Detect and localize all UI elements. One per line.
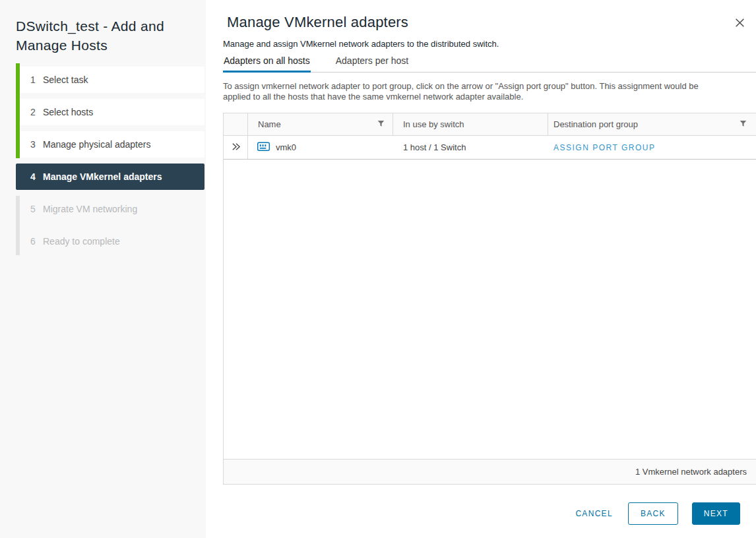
tab-adapters-per-host[interactable]: Adapters per host — [335, 55, 410, 72]
wizard-sidebar: DSwitch_test - Add and Manage Hosts 1 Se… — [0, 0, 206, 538]
table-footer: 1 Vmkernel network adapters — [224, 459, 756, 484]
double-chevron-right-icon — [231, 142, 241, 154]
step-label: Manage physical adapters — [43, 139, 150, 150]
back-button[interactable]: BACK — [628, 502, 678, 525]
next-button[interactable]: NEXT — [692, 502, 740, 525]
progress-bar — [16, 63, 20, 158]
filter-icon[interactable] — [740, 119, 747, 129]
step-label: Select hosts — [43, 107, 93, 117]
row-expander[interactable] — [224, 136, 248, 159]
step-label: Select task — [43, 75, 88, 85]
destination-cell: ASSIGN PORT GROUP — [548, 136, 756, 159]
cancel-button[interactable]: CANCEL — [574, 503, 614, 524]
close-button[interactable] — [733, 16, 747, 30]
step-select-hosts[interactable]: 2 Select hosts — [16, 99, 205, 125]
destination-column-header: Destination port group — [548, 113, 756, 135]
step-ready-to-complete: 6 Ready to complete — [16, 228, 205, 254]
step-migrate-vm-networking: 5 Migrate VM networking — [16, 196, 205, 222]
dialog-header: Manage VMkernel adapters — [206, 0, 756, 30]
table-header-row: Name In use by switch Destination port g… — [224, 113, 756, 136]
vmkernel-adapters-table: Name In use by switch Destination port g… — [223, 113, 756, 485]
step-label: Migrate VM networking — [43, 204, 137, 214]
table-row: vmk0 1 host / 1 Switch ASSIGN PORT GROUP — [224, 136, 756, 160]
step-number: 1 — [30, 75, 43, 85]
step-manage-vmkernel-adapters[interactable]: 4 Manage VMkernel adapters — [16, 164, 205, 190]
step-label: Manage VMkernel adapters — [43, 171, 162, 182]
dialog-subtitle: Manage and assign VMkernel network adapt… — [223, 39, 739, 49]
filter-icon[interactable] — [377, 119, 385, 129]
in-use-cell: 1 host / 1 Switch — [393, 136, 548, 159]
dialog-content: Manage VMkernel adapters Manage and assi… — [206, 0, 756, 538]
future-steps-bar — [16, 196, 20, 255]
adapter-name-cell: vmk0 — [248, 136, 393, 159]
step-manage-physical-adapters[interactable]: 3 Manage physical adapters — [16, 131, 205, 158]
step-number: 5 — [30, 204, 43, 214]
assignment-info-text: To assign vmkernel network adapter to po… — [223, 81, 739, 102]
tab-bar: Adapters on all hosts Adapters per host — [223, 55, 756, 73]
step-number: 6 — [30, 236, 43, 247]
step-select-task[interactable]: 1 Select task — [16, 67, 205, 93]
wizard-title: DSwitch_test - Add and Manage Hosts — [16, 16, 189, 55]
table-empty-space — [224, 160, 756, 459]
step-number: 2 — [30, 107, 43, 117]
wizard-steps: 1 Select task 2 Select hosts 3 Manage ph… — [16, 67, 205, 254]
in-use-column-header: In use by switch — [393, 113, 548, 135]
name-column-header: Name — [248, 113, 393, 135]
step-label: Ready to complete — [43, 236, 120, 247]
dialog-actions: CANCEL BACK NEXT — [206, 502, 756, 525]
adapter-count: 1 Vmkernel network adapters — [635, 467, 747, 477]
page-title: Manage VMkernel adapters — [227, 15, 408, 30]
vmkernel-adapter-icon — [257, 142, 270, 154]
step-number: 3 — [30, 139, 43, 150]
step-number: 4 — [30, 171, 43, 182]
tab-adapters-on-all-hosts[interactable]: Adapters on all hosts — [223, 55, 311, 73]
assign-port-group-button[interactable]: ASSIGN PORT GROUP — [553, 143, 655, 152]
expander-column-header — [224, 113, 248, 135]
adapter-name: vmk0 — [276, 142, 296, 152]
close-icon — [734, 20, 745, 30]
